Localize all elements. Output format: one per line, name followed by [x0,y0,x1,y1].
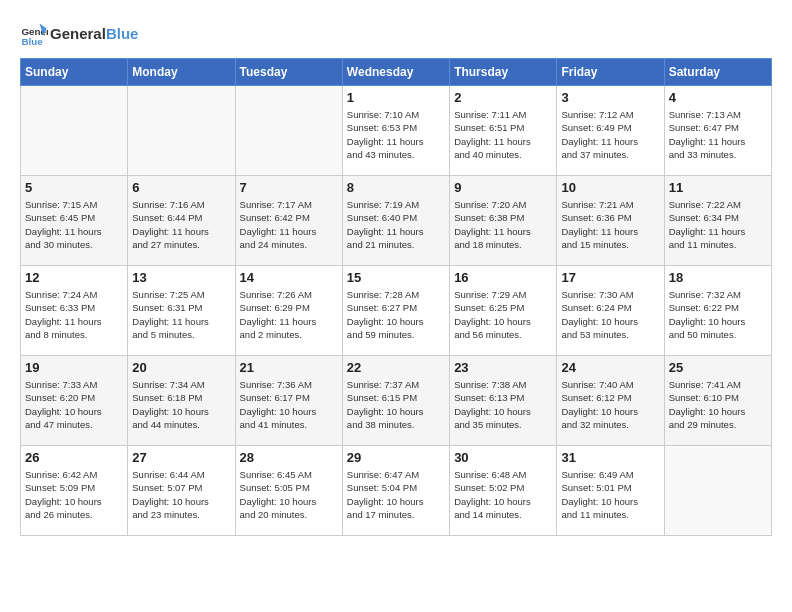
day-number: 31 [561,450,659,465]
day-number: 29 [347,450,445,465]
day-info: Sunrise: 7:20 AM Sunset: 6:38 PM Dayligh… [454,198,552,251]
calendar-cell: 20Sunrise: 7:34 AM Sunset: 6:18 PM Dayli… [128,356,235,446]
calendar-cell: 7Sunrise: 7:17 AM Sunset: 6:42 PM Daylig… [235,176,342,266]
day-number: 4 [669,90,767,105]
day-number: 3 [561,90,659,105]
day-info: Sunrise: 7:40 AM Sunset: 6:12 PM Dayligh… [561,378,659,431]
calendar-cell: 2Sunrise: 7:11 AM Sunset: 6:51 PM Daylig… [450,86,557,176]
day-info: Sunrise: 7:11 AM Sunset: 6:51 PM Dayligh… [454,108,552,161]
calendar-week-1: 1Sunrise: 7:10 AM Sunset: 6:53 PM Daylig… [21,86,772,176]
day-number: 21 [240,360,338,375]
day-number: 20 [132,360,230,375]
day-number: 17 [561,270,659,285]
logo-icon: General Blue [20,20,48,48]
calendar-cell: 24Sunrise: 7:40 AM Sunset: 6:12 PM Dayli… [557,356,664,446]
day-number: 7 [240,180,338,195]
calendar-cell: 8Sunrise: 7:19 AM Sunset: 6:40 PM Daylig… [342,176,449,266]
day-number: 19 [25,360,123,375]
page-header: General Blue GeneralBlue [20,20,772,48]
logo: General Blue GeneralBlue [20,20,138,48]
weekday-header-sunday: Sunday [21,59,128,86]
calendar-week-2: 5Sunrise: 7:15 AM Sunset: 6:45 PM Daylig… [21,176,772,266]
calendar-cell [235,86,342,176]
day-info: Sunrise: 7:38 AM Sunset: 6:13 PM Dayligh… [454,378,552,431]
day-info: Sunrise: 6:49 AM Sunset: 5:01 PM Dayligh… [561,468,659,521]
calendar-cell: 26Sunrise: 6:42 AM Sunset: 5:09 PM Dayli… [21,446,128,536]
day-number: 22 [347,360,445,375]
day-number: 14 [240,270,338,285]
calendar-cell: 23Sunrise: 7:38 AM Sunset: 6:13 PM Dayli… [450,356,557,446]
day-info: Sunrise: 7:22 AM Sunset: 6:34 PM Dayligh… [669,198,767,251]
day-info: Sunrise: 7:17 AM Sunset: 6:42 PM Dayligh… [240,198,338,251]
day-number: 1 [347,90,445,105]
calendar-cell: 14Sunrise: 7:26 AM Sunset: 6:29 PM Dayli… [235,266,342,356]
day-info: Sunrise: 7:32 AM Sunset: 6:22 PM Dayligh… [669,288,767,341]
day-number: 6 [132,180,230,195]
day-number: 24 [561,360,659,375]
calendar-cell: 27Sunrise: 6:44 AM Sunset: 5:07 PM Dayli… [128,446,235,536]
calendar-cell: 22Sunrise: 7:37 AM Sunset: 6:15 PM Dayli… [342,356,449,446]
calendar-cell: 15Sunrise: 7:28 AM Sunset: 6:27 PM Dayli… [342,266,449,356]
day-info: Sunrise: 7:21 AM Sunset: 6:36 PM Dayligh… [561,198,659,251]
calendar-cell: 28Sunrise: 6:45 AM Sunset: 5:05 PM Dayli… [235,446,342,536]
weekday-header-row: SundayMondayTuesdayWednesdayThursdayFrid… [21,59,772,86]
day-info: Sunrise: 7:10 AM Sunset: 6:53 PM Dayligh… [347,108,445,161]
calendar-cell: 21Sunrise: 7:36 AM Sunset: 6:17 PM Dayli… [235,356,342,446]
day-info: Sunrise: 7:33 AM Sunset: 6:20 PM Dayligh… [25,378,123,431]
day-info: Sunrise: 7:34 AM Sunset: 6:18 PM Dayligh… [132,378,230,431]
calendar-cell: 17Sunrise: 7:30 AM Sunset: 6:24 PM Dayli… [557,266,664,356]
calendar-cell: 10Sunrise: 7:21 AM Sunset: 6:36 PM Dayli… [557,176,664,266]
calendar-table: SundayMondayTuesdayWednesdayThursdayFrid… [20,58,772,536]
day-number: 9 [454,180,552,195]
calendar-cell: 6Sunrise: 7:16 AM Sunset: 6:44 PM Daylig… [128,176,235,266]
calendar-cell: 29Sunrise: 6:47 AM Sunset: 5:04 PM Dayli… [342,446,449,536]
calendar-week-4: 19Sunrise: 7:33 AM Sunset: 6:20 PM Dayli… [21,356,772,446]
day-number: 26 [25,450,123,465]
day-info: Sunrise: 7:41 AM Sunset: 6:10 PM Dayligh… [669,378,767,431]
day-number: 27 [132,450,230,465]
calendar-cell: 4Sunrise: 7:13 AM Sunset: 6:47 PM Daylig… [664,86,771,176]
day-info: Sunrise: 7:25 AM Sunset: 6:31 PM Dayligh… [132,288,230,341]
day-number: 12 [25,270,123,285]
day-info: Sunrise: 7:24 AM Sunset: 6:33 PM Dayligh… [25,288,123,341]
day-number: 8 [347,180,445,195]
day-info: Sunrise: 7:15 AM Sunset: 6:45 PM Dayligh… [25,198,123,251]
day-info: Sunrise: 7:16 AM Sunset: 6:44 PM Dayligh… [132,198,230,251]
day-info: Sunrise: 6:47 AM Sunset: 5:04 PM Dayligh… [347,468,445,521]
day-number: 25 [669,360,767,375]
day-info: Sunrise: 7:37 AM Sunset: 6:15 PM Dayligh… [347,378,445,431]
logo-blue: Blue [106,25,139,42]
day-number: 30 [454,450,552,465]
day-number: 11 [669,180,767,195]
svg-text:Blue: Blue [21,36,43,47]
calendar-week-5: 26Sunrise: 6:42 AM Sunset: 5:09 PM Dayli… [21,446,772,536]
calendar-cell: 30Sunrise: 6:48 AM Sunset: 5:02 PM Dayli… [450,446,557,536]
day-number: 23 [454,360,552,375]
day-info: Sunrise: 7:28 AM Sunset: 6:27 PM Dayligh… [347,288,445,341]
day-number: 5 [25,180,123,195]
day-info: Sunrise: 7:30 AM Sunset: 6:24 PM Dayligh… [561,288,659,341]
weekday-header-thursday: Thursday [450,59,557,86]
day-number: 13 [132,270,230,285]
calendar-cell: 18Sunrise: 7:32 AM Sunset: 6:22 PM Dayli… [664,266,771,356]
calendar-cell: 1Sunrise: 7:10 AM Sunset: 6:53 PM Daylig… [342,86,449,176]
calendar-cell [664,446,771,536]
calendar-cell: 12Sunrise: 7:24 AM Sunset: 6:33 PM Dayli… [21,266,128,356]
calendar-cell [128,86,235,176]
day-number: 28 [240,450,338,465]
day-info: Sunrise: 6:42 AM Sunset: 5:09 PM Dayligh… [25,468,123,521]
calendar-cell: 5Sunrise: 7:15 AM Sunset: 6:45 PM Daylig… [21,176,128,266]
day-number: 16 [454,270,552,285]
weekday-header-tuesday: Tuesday [235,59,342,86]
calendar-cell: 11Sunrise: 7:22 AM Sunset: 6:34 PM Dayli… [664,176,771,266]
day-info: Sunrise: 7:12 AM Sunset: 6:49 PM Dayligh… [561,108,659,161]
day-info: Sunrise: 7:36 AM Sunset: 6:17 PM Dayligh… [240,378,338,431]
day-info: Sunrise: 7:29 AM Sunset: 6:25 PM Dayligh… [454,288,552,341]
calendar-cell [21,86,128,176]
day-info: Sunrise: 6:44 AM Sunset: 5:07 PM Dayligh… [132,468,230,521]
weekday-header-monday: Monday [128,59,235,86]
calendar-cell: 3Sunrise: 7:12 AM Sunset: 6:49 PM Daylig… [557,86,664,176]
calendar-cell: 19Sunrise: 7:33 AM Sunset: 6:20 PM Dayli… [21,356,128,446]
day-info: Sunrise: 6:48 AM Sunset: 5:02 PM Dayligh… [454,468,552,521]
day-info: Sunrise: 7:26 AM Sunset: 6:29 PM Dayligh… [240,288,338,341]
